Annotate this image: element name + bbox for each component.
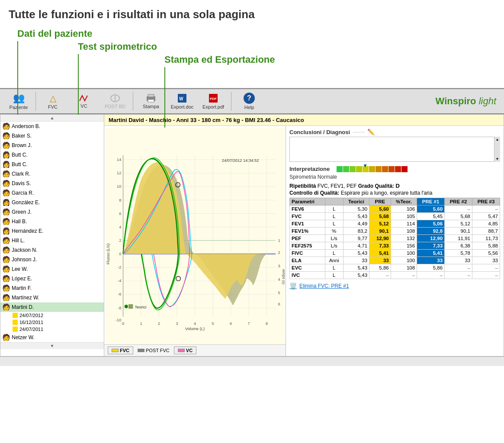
annotation-3: Stampa ed Esportazione [164,54,275,132]
col-pteor: %Teor. [391,198,417,205]
patient-list-panel[interactable]: ▲ 🧑Anderson B. 🧑Baker S. 🧑Brown J. 👩Butt… [0,115,104,356]
table-row-ivc: IVC L 5,43 – – – – – [290,272,500,279]
svg-text:5: 5 [212,321,214,326]
list-item[interactable]: 🧑García R. [0,188,104,198]
ripetibilita-row: Ripetibilità FVC, FEV1, PEF Grado Qualit… [289,183,500,189]
controllo-row: Controllo di Qualità: Espirare più a lun… [289,190,500,196]
table-row-evc: EVC L 5,43 5,86 108 5,86 – – [290,264,500,272]
table-row-ela: ELA Anni 33 33 100 33 33 33 [290,257,500,264]
chart-panel: 14 12 10 8 6 4 2 0 -2 -4 -6 -8 - [104,126,286,356]
svg-text:7: 7 [247,321,250,326]
conclusioni-header: Conclusioni / Diagnosi ········· ✏️ [289,128,500,135]
chart-legend-row: FVC POST FVC VC [104,344,286,356]
svg-text:0: 0 [119,252,121,256]
list-item[interactable]: 🧑Baker S. [0,131,104,141]
vc-legend-button[interactable]: VC [174,347,196,354]
chart-results-area: Martini David - Maschio - Anni 33 - 180 … [104,115,504,356]
svg-text:2: 2 [278,250,280,255]
chart-inner: 14 12 10 8 6 4 2 0 -2 -4 -6 -8 - [104,126,286,344]
svg-text:8: 8 [266,321,268,326]
sub-date-1[interactable]: 24/07/2012 [0,312,104,319]
spirometry-chart: 14 12 10 8 6 4 2 0 -2 -4 -6 -8 - [105,128,285,344]
sub-date-2[interactable]: 16/12/2011 [0,319,104,326]
svg-rect-62 [128,304,133,308]
main-content: ▲ 🧑Anderson B. 🧑Baker S. 🧑Brown J. 👩Butt… [0,114,504,356]
list-item[interactable]: 🧑Davis S. [0,179,104,188]
svg-text:5: 5 [278,291,280,295]
col-pre1: PRE #1 [417,198,445,205]
svg-text:6: 6 [230,321,232,326]
svg-text:-4: -4 [118,279,121,283]
svg-text:4: 4 [119,225,121,229]
spirometria-value: Spirometria Normale [289,173,500,181]
list-item[interactable]: 🧑Jackson N. [0,245,104,255]
svg-text:1: 1 [278,238,280,243]
list-item-netzer[interactable]: 🧑Netzer W. [0,333,104,342]
results-table: Parametri Teorici PRE %Teor. PRE #1 PRE … [289,198,500,279]
list-item[interactable]: 🧑López E. [0,274,104,283]
svg-text:24/07/2012  14:34:52: 24/07/2012 14:34:52 [222,158,259,163]
status-bar [0,356,504,366]
post-fvc-legend: POST FVC [138,348,170,353]
list-item[interactable]: 👩Butt C. [0,160,104,169]
svg-text:-10: -10 [116,318,121,322]
table-row-fef2575: FEF2575 L/s 4,71 7,33 156 7,33 6,38 5,88 [290,242,500,250]
table-row-pef: PEF L/s 9,77 12,90 132 12,90 11,91 11,73 [290,235,500,242]
interpretazione-section: Interpretazione ▼ [289,166,500,181]
col-unit [325,198,343,205]
table-row-fev1: FEV1 L 4,49 5,12 114 5,06 5,12 4,85 [290,220,500,228]
list-item-selected[interactable]: 🧑Martini D. [0,302,104,312]
list-item[interactable]: 🧑Clark R. [0,169,104,179]
page-title: Tutte le funzioni e i risultati in una s… [9,8,495,21]
table-row-fev1pct: FEV1% % 83,2 90,1 108 92,8 90,1 88,7 [290,228,500,235]
top-header: Tutte le funzioni e i risultati in una s… [0,0,504,88]
list-item[interactable]: 🧑Hill L. [0,236,104,245]
svg-text:1: 1 [140,321,142,326]
sub-date-3[interactable]: 24/07/2011 [0,326,104,333]
col-pre: PRE [369,198,391,205]
delete-icon: 🗑️ [289,282,297,289]
list-item[interactable]: 🧑Martin F. [0,283,104,293]
list-item[interactable]: 👩González E. [0,198,104,207]
col-teorici: Teorici [343,198,369,205]
svg-text:-6: -6 [118,292,121,296]
table-row-fev6: FEV6 L 5,30 5,60 106 5,60 – – [290,205,500,213]
svg-text:10: 10 [117,184,121,189]
svg-text:0: 0 [122,321,124,326]
list-item-johnson[interactable]: 🧑Johnson J. [0,255,104,264]
svg-text:Flusso (L/s): Flusso (L/s) [106,244,110,265]
delete-fvc-link[interactable]: 🗑️ Elimina FVC: PRE #1 [289,282,500,289]
table-row-fivc: FIVC L 5,43 5,41 100 5,41 5,78 5,56 [290,250,500,257]
results-panel: Conclusioni / Diagnosi ········· ✏️ ▲ ▼ [286,126,504,356]
list-item[interactable]: 🧑Anderson B. [0,122,104,131]
list-item[interactable]: 🧑Brown J. [0,141,104,150]
svg-text:Tempo (s): Tempo (s) [282,268,285,284]
list-item[interactable]: 🧑Green J. [0,207,104,217]
list-item[interactable]: 🧑Lee W. [0,264,104,274]
svg-text:2: 2 [158,321,160,326]
list-item[interactable]: 👩Hernández E. [0,226,104,236]
svg-text:6: 6 [278,302,280,306]
page-wrapper: Tutte le funzioni e i risultati in una s… [0,0,504,366]
svg-text:Teorici: Teorici [135,305,146,309]
svg-text:-2: -2 [118,265,121,270]
table-row-fvc: FVC L 5,43 5,68 105 5,45 5,68 5,47 [290,213,500,220]
list-item[interactable]: 🧑Martínez W. [0,293,104,302]
svg-text:3: 3 [278,264,280,268]
svg-text:4: 4 [278,277,280,282]
conclusioni-textarea[interactable] [289,137,500,162]
svg-text:12: 12 [117,171,121,175]
svg-point-63 [125,305,128,308]
svg-text:2: 2 [119,238,121,243]
svg-text:4: 4 [194,321,196,326]
interp-bar: ▼ [337,166,408,172]
chart-results-row: 14 12 10 8 6 4 2 0 -2 -4 -6 -8 - [104,126,504,356]
svg-text:14: 14 [117,157,121,162]
list-item[interactable]: 👩Butt C. [0,150,104,160]
list-item[interactable]: 🧑Hall B. [0,217,104,226]
col-pre2: PRE #2 [445,198,472,205]
svg-text:-8: -8 [118,306,121,310]
winspiro-logo: Winspiro light [436,96,496,107]
fvc-legend-button[interactable]: FVC [108,347,133,354]
col-parametri: Parametri [290,198,325,205]
